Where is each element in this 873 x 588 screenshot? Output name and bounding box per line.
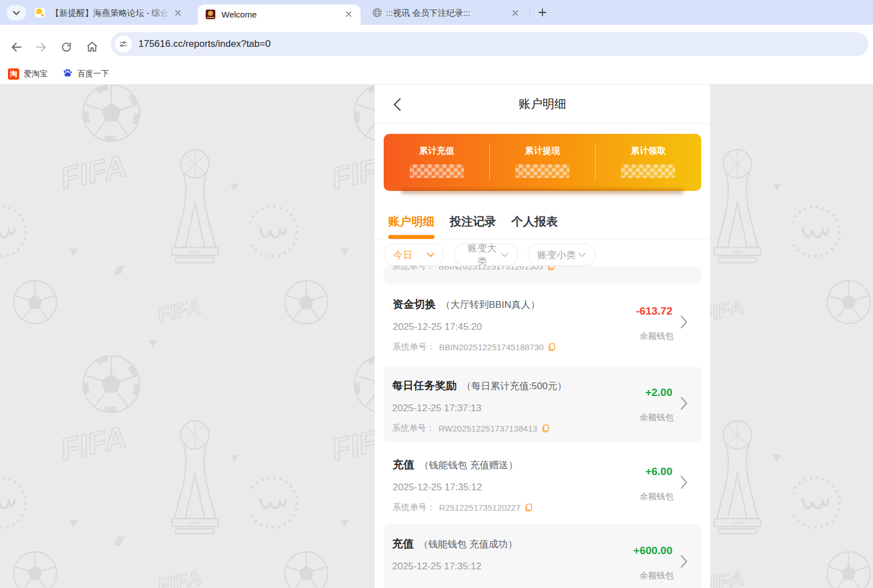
- masked-value: [515, 164, 570, 178]
- summary-total-deposit: 累计充值: [384, 134, 489, 191]
- forum-favicon-icon: [35, 8, 45, 18]
- tx-note: （钱能钱包 充值成功）: [419, 539, 518, 550]
- panel-header: 账户明细: [375, 85, 710, 124]
- card-shadow: [401, 189, 684, 194]
- tab-title: 【新提醒】海燕策略论坛 - 综合: [51, 8, 171, 19]
- tx-note: （每日累计充值:500元）: [462, 381, 567, 391]
- bookmark-taobao[interactable]: 淘 爱淘宝: [8, 68, 47, 80]
- new-tab-button[interactable]: [535, 5, 550, 20]
- tx-title: 充值: [393, 459, 414, 471]
- summary-total-claimed: 累计领取: [596, 134, 701, 191]
- tx-wallet: 余额钱包: [640, 331, 674, 342]
- order-number-line: 系统单号：BBIN202512251751261505: [384, 266, 701, 272]
- tab-personal-report[interactable]: 个人报表: [511, 203, 558, 239]
- page-title: 账户明细: [375, 85, 710, 123]
- tab-title: :::视讯 会员下注纪录:::: [386, 8, 506, 19]
- chevron-down-icon: [427, 252, 435, 258]
- copy-icon[interactable]: [547, 266, 555, 271]
- browser-tab-welcome-active[interactable]: Welcome: [198, 5, 361, 25]
- tab-bet-records[interactable]: 投注记录: [450, 203, 496, 239]
- summary-section: 累计充值 累计提现 累计领取: [384, 134, 701, 194]
- transaction-row[interactable]: 充值（钱能钱包 充值赠送） 2025-12-25 17:35:12 系统单号：R…: [375, 445, 710, 521]
- tx-amount: +600.00: [633, 545, 672, 557]
- divider: [489, 144, 490, 180]
- transaction-row[interactable]: 每日任务奖励（每日累计充值:500元） 2025-12-25 17:37:13 …: [384, 366, 701, 442]
- transaction-row[interactable]: 资金切换（大厅转到BBIN真人） 2025-12-25 17:45:20 系统单…: [375, 285, 710, 363]
- globe-icon: [372, 8, 382, 18]
- page-back-button[interactable]: [390, 98, 404, 111]
- tx-amount: +6.00: [645, 465, 672, 478]
- forward-arrow-icon: [34, 41, 47, 54]
- tx-wallet: 余额钱包: [640, 491, 674, 502]
- chevron-down-icon: [13, 11, 20, 15]
- url-bar[interactable]: 175616.cc/reports/index?tab=0: [111, 32, 868, 56]
- chevron-right-icon[interactable]: [680, 476, 688, 489]
- chevron-down-icon: [501, 252, 509, 258]
- chevron-down-icon: [578, 252, 586, 258]
- forward-nav-button[interactable]: [31, 37, 50, 56]
- tab-divider: [529, 8, 530, 17]
- filter-bar: 今日 账变大类 账变小类: [375, 239, 710, 266]
- bookmarks-bar: 淘 爱淘宝 百度一下: [0, 63, 873, 85]
- page-background: FIFA FIFA: [0, 85, 873, 588]
- summary-card: 累计充值 累计提现 累计领取: [384, 134, 701, 191]
- order-number-line: 系统单号：RW202512251737138413: [392, 423, 701, 434]
- tab-strip: 【新提醒】海燕策略论坛 - 综合 Welcome :::视讯 会员下注纪录:::: [0, 0, 873, 25]
- browser-tab-forum[interactable]: 【新提醒】海燕策略论坛 - 综合: [27, 3, 190, 23]
- masked-value: [621, 164, 675, 178]
- order-number-line: 系统单号：BBIN202512251745188730: [393, 342, 710, 352]
- chevron-right-icon[interactable]: [680, 555, 688, 568]
- crest-favicon-icon: [206, 10, 215, 19]
- account-panel: 账户明细 累计充值 累计提现 累计领取: [375, 85, 710, 588]
- tab-search-button[interactable]: [7, 5, 26, 20]
- home-button[interactable]: [82, 37, 102, 56]
- back-nav-button[interactable]: [7, 37, 26, 56]
- browser-tab-records[interactable]: :::视讯 会员下注纪录:::: [364, 3, 527, 23]
- masked-value: [410, 164, 464, 178]
- tab-close-icon[interactable]: [510, 8, 520, 18]
- filter-major-category-dropdown[interactable]: 账变大类: [454, 243, 518, 266]
- bookmark-baidu[interactable]: 百度一下: [62, 67, 109, 80]
- home-icon: [86, 41, 98, 53]
- filter-date-dropdown[interactable]: 今日: [384, 243, 444, 266]
- copy-icon[interactable]: [548, 343, 556, 351]
- reload-button[interactable]: [57, 37, 76, 56]
- tx-title: 充值: [392, 538, 414, 550]
- tx-title: 资金切换: [393, 298, 436, 310]
- transaction-list: 系统单号：BBIN202512251751261505 资金切换（大厅转到BBI…: [375, 266, 710, 588]
- tx-note: （大厅转到BBIN真人）: [441, 299, 540, 310]
- tab-account-detail[interactable]: 账户明细: [388, 203, 435, 239]
- tx-amount: -613.72: [636, 305, 672, 317]
- tx-amount: +2.00: [645, 386, 672, 399]
- tab-title: Welcome: [221, 10, 341, 21]
- site-settings-icon[interactable]: [115, 36, 132, 53]
- summary-total-withdraw: 累计提现: [489, 134, 595, 191]
- transaction-row-partial[interactable]: 系统单号：BBIN202512251751261505: [384, 266, 701, 285]
- reload-icon: [60, 41, 72, 53]
- back-arrow-icon: [10, 41, 23, 54]
- order-number: R2512251735120227: [439, 503, 520, 512]
- tx-title: 每日任务奖励: [392, 380, 457, 391]
- tx-wallet: 余额钱包: [640, 412, 674, 423]
- chevron-right-icon[interactable]: [680, 397, 688, 410]
- filter-minor-category-dropdown[interactable]: 账变小类: [528, 243, 596, 266]
- order-number-line: 系统单号：R2512251735120227: [393, 502, 710, 513]
- divider: [595, 144, 596, 180]
- copy-icon[interactable]: [541, 424, 550, 433]
- baidu-paw-icon: [62, 67, 73, 80]
- plus-icon: [538, 8, 546, 16]
- url-text: 175616.cc/reports/index?tab=0: [138, 38, 271, 50]
- order-number: RW202512251737138413: [438, 424, 537, 433]
- tx-wallet: 余额钱包: [640, 570, 674, 581]
- tx-note: （钱能钱包 充值赠送）: [419, 460, 518, 471]
- browser-toolbar: 175616.cc/reports/index?tab=0: [0, 25, 873, 63]
- order-number: BBIN202512251745188730: [439, 342, 544, 352]
- copy-icon[interactable]: [524, 503, 533, 512]
- tab-close-icon[interactable]: [173, 8, 183, 18]
- report-tabs: 账户明细 投注记录 个人报表: [375, 203, 710, 239]
- taobao-icon: 淘: [8, 68, 19, 80]
- browser-window: 【新提醒】海燕策略论坛 - 综合 Welcome :::视讯 会员下注纪录:::: [0, 0, 873, 588]
- transaction-row[interactable]: 充值（钱能钱包 充值成功） 2025-12-25 17:35:12 +600.0…: [384, 524, 701, 588]
- chevron-right-icon[interactable]: [680, 315, 688, 329]
- tab-close-icon[interactable]: [344, 9, 354, 19]
